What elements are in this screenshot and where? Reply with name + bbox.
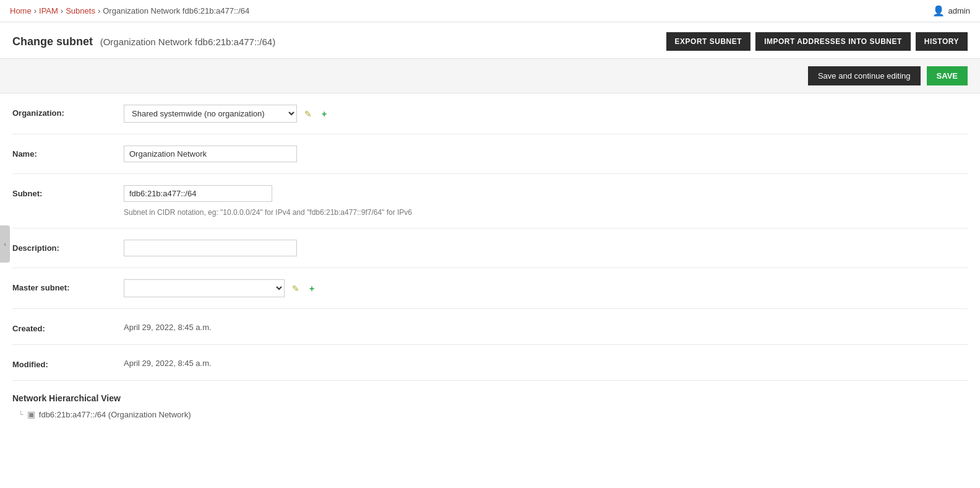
- form-row-modified: Modified: April 29, 2022, 8:45 a.m.: [12, 345, 968, 381]
- chevron-icon: ‹: [4, 240, 6, 248]
- tree-file-icon: ▣: [27, 409, 35, 419]
- breadcrumb-current: Organization Network fdb6:21b:a477::/64: [103, 6, 249, 15]
- form-row-created: Created: April 29, 2022, 8:45 a.m.: [12, 309, 968, 345]
- form-row-subnet: Subnet: Subnet in CIDR notation, eg: "10…: [12, 174, 968, 229]
- form-container: Organization: Shared systemwide (no orga…: [0, 94, 980, 381]
- modified-field: April 29, 2022, 8:45 a.m.: [124, 356, 968, 368]
- username: admin: [948, 6, 970, 15]
- description-input[interactable]: [124, 240, 297, 256]
- master-subnet-field: ✎ +: [124, 279, 968, 297]
- header-buttons: EXPORT SUBNET IMPORT ADDRESSES INTO SUBN…: [666, 32, 968, 51]
- organization-label: Organization:: [12, 105, 111, 118]
- organization-edit-button[interactable]: ✎: [302, 108, 314, 120]
- subnet-help-text: Subnet in CIDR notation, eg: "10.0.0.0/2…: [124, 208, 968, 217]
- breadcrumb-ipam[interactable]: IPAM: [39, 6, 58, 15]
- name-label: Name:: [12, 146, 111, 159]
- network-tree: └ ▣ fdb6:21b:a477::/64 (Organization Net…: [12, 409, 968, 419]
- export-subnet-button[interactable]: EXPORT SUBNET: [666, 32, 751, 51]
- form-row-description: Description:: [12, 229, 968, 268]
- subnet-label: Subnet:: [12, 185, 111, 198]
- tree-item-label: fdb6:21b:a477::/64 (Organization Network…: [39, 410, 191, 419]
- form-row-name: Name:: [12, 134, 968, 174]
- name-field: [124, 146, 968, 162]
- breadcrumb-sep-1: ›: [34, 6, 37, 15]
- save-button[interactable]: SAVE: [927, 66, 968, 85]
- toolbar-row: Save and continue editing SAVE: [0, 58, 980, 94]
- network-view-title: Network Hierarchical View: [12, 393, 968, 403]
- organization-select[interactable]: Shared systemwide (no organization): [124, 105, 297, 123]
- name-input[interactable]: [124, 146, 297, 162]
- organization-add-button[interactable]: +: [319, 108, 329, 120]
- page-title: Change subnet (Organization Network fdb6…: [12, 35, 275, 48]
- form-row-organization: Organization: Shared systemwide (no orga…: [12, 94, 968, 134]
- breadcrumb-home[interactable]: Home: [10, 6, 32, 15]
- subnet-field: Subnet in CIDR notation, eg: "10.0.0.0/2…: [124, 185, 968, 217]
- master-subnet-add-button[interactable]: +: [307, 282, 317, 295]
- master-subnet-edit-button[interactable]: ✎: [290, 282, 302, 295]
- tree-connector-icon: └: [19, 411, 24, 418]
- breadcrumb: Home › IPAM › Subnets › Organization Net…: [10, 6, 249, 15]
- created-value: April 29, 2022, 8:45 a.m.: [124, 320, 212, 332]
- top-nav: Home › IPAM › Subnets › Organization Net…: [0, 0, 980, 22]
- master-subnet-label: Master subnet:: [12, 279, 111, 292]
- user-area: 👤 admin: [932, 5, 970, 17]
- subnet-input[interactable]: [124, 185, 272, 202]
- description-field: [124, 240, 968, 256]
- organization-field: Shared systemwide (no organization) ✎ +: [124, 105, 968, 123]
- modified-value: April 29, 2022, 8:45 a.m.: [124, 356, 212, 368]
- network-view: Network Hierarchical View └ ▣ fdb6:21b:a…: [0, 381, 980, 432]
- page-header: Change subnet (Organization Network fdb6…: [0, 22, 980, 58]
- description-label: Description:: [12, 240, 111, 253]
- form-row-master-subnet: Master subnet: ✎ +: [12, 268, 968, 309]
- import-addresses-button[interactable]: IMPORT ADDRESSES INTO SUBNET: [755, 32, 911, 51]
- breadcrumb-sep-2: ›: [61, 6, 63, 15]
- breadcrumb-subnets[interactable]: Subnets: [66, 6, 95, 15]
- user-icon: 👤: [932, 5, 945, 17]
- save-continue-button[interactable]: Save and continue editing: [808, 66, 921, 85]
- tree-item: └ ▣ fdb6:21b:a477::/64 (Organization Net…: [19, 409, 968, 419]
- side-handle[interactable]: ‹: [0, 225, 10, 263]
- breadcrumb-sep-3: ›: [98, 6, 100, 15]
- modified-label: Modified:: [12, 356, 111, 369]
- created-field: April 29, 2022, 8:45 a.m.: [124, 320, 968, 332]
- master-subnet-select[interactable]: [124, 279, 285, 297]
- created-label: Created:: [12, 320, 111, 333]
- history-button[interactable]: HISTORY: [916, 32, 968, 51]
